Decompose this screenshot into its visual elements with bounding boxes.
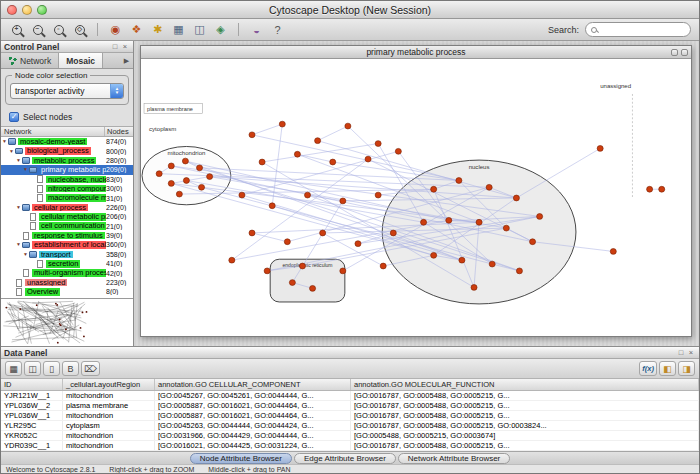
- network-edge[interactable]: [318, 126, 348, 141]
- table-cell[interactable]: mitochondrion: [63, 441, 155, 450]
- network-node[interactable]: [375, 141, 381, 147]
- tree-column-network[interactable]: Network: [1, 127, 105, 136]
- zoom-window-icon[interactable]: [37, 5, 47, 15]
- network-node[interactable]: [446, 217, 452, 223]
- tab-network[interactable]: Network: [1, 53, 59, 68]
- tree-row-transport[interactable]: ▼transport358(0): [1, 250, 133, 259]
- table-row[interactable]: YPL036W__2plasma membrane[GO:0005887, GO…: [1, 401, 699, 411]
- new-network-from-selection-icon[interactable]: ❖: [127, 21, 146, 38]
- table-cell[interactable]: cytoplasm: [63, 421, 155, 430]
- close-data-panel-icon[interactable]: ×: [686, 348, 696, 358]
- network-edge[interactable]: [272, 124, 282, 206]
- table-cell[interactable]: [GO:0016787, GO:0005488, GO:0005215, G..…: [351, 391, 699, 400]
- table-row[interactable]: YPL036W__1mitochondrion[GO:0005887, GO:0…: [1, 411, 699, 421]
- network-node[interactable]: [239, 192, 245, 198]
- tree-row-cellular-process[interactable]: ▼cellular process226(0): [1, 203, 133, 212]
- tree-row-primary-metabolic-process[interactable]: ▼primary metabolic process209(0): [1, 165, 133, 174]
- tree-row-mosaic-demo-yeast[interactable]: ▼mosaic-demo-yeast874(0): [1, 137, 133, 146]
- network-node[interactable]: [310, 285, 316, 291]
- table-cell[interactable]: YLR295C: [1, 421, 63, 430]
- network-node[interactable]: [431, 186, 437, 192]
- network-node[interactable]: [456, 178, 462, 184]
- annotation-palette-icon[interactable]: ✱: [148, 21, 167, 38]
- table-row[interactable]: YLR295Ccytoplasm[GO:0045263, GO:0044444,…: [1, 421, 699, 431]
- table-row[interactable]: YKR052Cmitochondrion[GO:0031966, GO:0044…: [1, 431, 699, 441]
- view-minimize-icon[interactable]: [671, 49, 678, 56]
- network-view-titlebar[interactable]: primary metabolic process: [141, 46, 691, 59]
- column-header-cellularlayoutregion[interactable]: _cellularLayoutRegion: [63, 379, 155, 390]
- tree-expander-icon[interactable]: ▼: [15, 242, 22, 247]
- tree-row-unassigned[interactable]: unassigned223(0): [1, 278, 133, 287]
- open-attribute-file-icon[interactable]: ◨: [678, 361, 695, 376]
- network-node[interactable]: [459, 257, 465, 263]
- network-node[interactable]: [380, 263, 386, 269]
- zoom-selected-region-icon[interactable]: ▫: [49, 21, 68, 38]
- table-cell[interactable]: [GO:0005887, GO:0016021, GO:0044464, G..…: [155, 411, 351, 420]
- table-cell[interactable]: YKR052C: [1, 431, 63, 440]
- column-header-annotation-go-molecular-function[interactable]: annotation.GO MOLECULAR_FUNCTION: [351, 379, 699, 390]
- table-cell[interactable]: plasma membrane: [63, 401, 155, 410]
- tree-row-biological-process[interactable]: ▼biological_process800(0): [1, 146, 133, 155]
- network-node[interactable]: [176, 191, 182, 197]
- network-node[interactable]: [197, 165, 203, 171]
- table-cell[interactable]: YPL036W__1: [1, 411, 63, 420]
- network-node[interactable]: [395, 148, 401, 154]
- tab-scroll-right-icon[interactable]: ▶: [120, 53, 133, 68]
- table-cell[interactable]: [GO:0016787, GO:0005488, GO:0005215, GO:…: [351, 421, 699, 430]
- tree-expander-icon[interactable]: ▼: [22, 252, 29, 257]
- network-node[interactable]: [199, 184, 205, 190]
- import-attributes-icon[interactable]: ◫: [190, 21, 209, 38]
- network-node[interactable]: [345, 123, 351, 129]
- delete-attributes-icon[interactable]: ▯: [43, 361, 60, 376]
- table-cell[interactable]: [GO:0016787, GO:0005488, GO:0005215, G..…: [351, 441, 699, 450]
- network-edge[interactable]: [252, 233, 287, 242]
- tree-row-secretion[interactable]: secretion41(0): [1, 259, 133, 268]
- table-row[interactable]: YJR121W__1mitochondrion[GO:0045267, GO:0…: [1, 391, 699, 401]
- create-new-attribute-icon[interactable]: ◫: [24, 361, 41, 376]
- tree-row-establishment-of-localization[interactable]: ▼establishment of localization360(0): [1, 240, 133, 249]
- network-node[interactable]: [264, 268, 270, 274]
- table-cell[interactable]: mitochondrion: [63, 391, 155, 400]
- network-node[interactable]: [207, 174, 213, 180]
- tree-row-nucleobase-nucleoside-nucleotide[interactable]: nucleobase, nucleoside, nucleotide and n…: [1, 175, 133, 184]
- network-edge[interactable]: [252, 135, 459, 181]
- table-cell[interactable]: [GO:0005887, GO:0016021, GO:0044464, G..…: [155, 401, 351, 410]
- select-attributes-icon[interactable]: ▦: [5, 361, 22, 376]
- network-node[interactable]: [320, 230, 326, 236]
- tree-column-nodes[interactable]: Nodes: [105, 127, 133, 136]
- table-cell[interactable]: YPL036W__2: [1, 401, 63, 410]
- table-cell[interactable]: [GO:0031966, GO:0044429, GO:0044444, G..…: [155, 431, 351, 440]
- table-cell[interactable]: [GO:0045263, GO:0044444, GO:0044424, G..…: [155, 421, 351, 430]
- formula-builder-icon[interactable]: f(x): [639, 361, 657, 376]
- tree-row-response-to-stimulus[interactable]: response to stimulus39(0): [1, 231, 133, 240]
- network-node[interactable]: [249, 230, 255, 236]
- network-node[interactable]: [355, 241, 361, 247]
- hide-selected-icon[interactable]: ◉: [106, 21, 125, 38]
- close-panel-icon[interactable]: ×: [120, 42, 130, 52]
- table-cell[interactable]: [GO:0005488, GO:0005215, GO:0003674]: [351, 431, 699, 440]
- network-node[interactable]: [486, 184, 492, 190]
- plugin-manager-icon[interactable]: ◒: [247, 21, 266, 38]
- help-icon[interactable]: ?: [268, 21, 287, 38]
- node-color-dropdown[interactable]: transporter activity ▲ ▼: [10, 83, 124, 99]
- network-node[interactable]: [503, 225, 509, 231]
- table-cell[interactable]: [GO:0016787, GO:0005488, GO:0005215, G..…: [351, 401, 699, 410]
- tree-expander-icon[interactable]: ▼: [22, 167, 29, 172]
- tree-row-cell-communication[interactable]: cell communication21(0): [1, 222, 133, 231]
- search-field[interactable]: [585, 22, 691, 37]
- network-node[interactable]: [294, 151, 300, 157]
- network-node[interactable]: [471, 284, 477, 290]
- float-data-panel-icon[interactable]: □: [676, 348, 686, 358]
- network-node[interactable]: [299, 263, 305, 269]
- table-row[interactable]: YDR039C__1mitochondrion[GO:0016021, GO:0…: [1, 441, 699, 451]
- network-node[interactable]: [182, 158, 188, 164]
- tree-expander-icon[interactable]: ▼: [15, 158, 22, 163]
- table-cell[interactable]: [GO:0045267, GO:0045261, GO:0044444, G..…: [155, 391, 351, 400]
- tree-row-overview[interactable]: Overview8(0): [1, 287, 133, 296]
- network-node[interactable]: [375, 192, 381, 198]
- network-node[interactable]: [431, 252, 437, 258]
- tab-node-attribute-browser[interactable]: Node Attribute Browser: [190, 453, 292, 464]
- table-cell[interactable]: mitochondrion: [63, 431, 155, 440]
- network-node[interactable]: [513, 195, 519, 201]
- network-node[interactable]: [156, 171, 162, 177]
